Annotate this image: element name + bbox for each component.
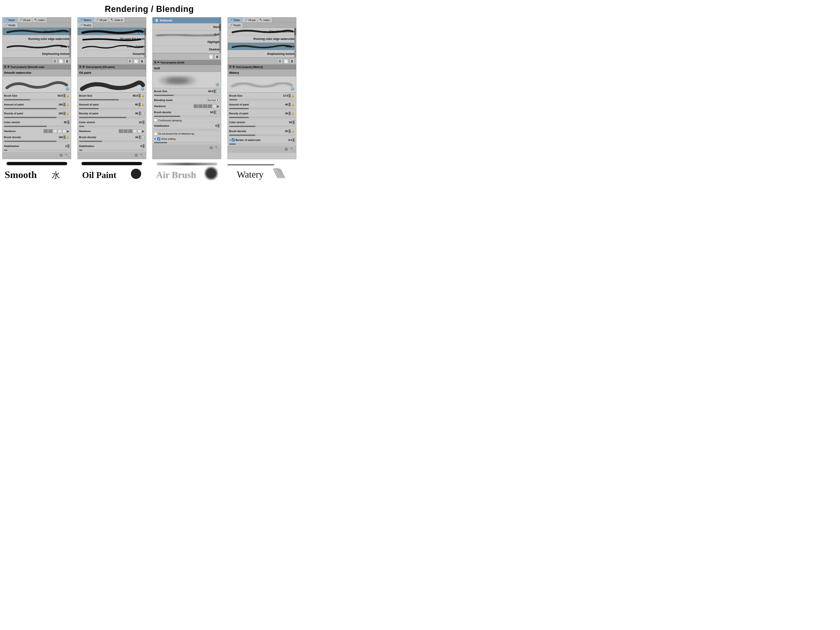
- spin-border[interactable]: ▲▼: [292, 138, 295, 142]
- h-block-2-1[interactable]: [119, 129, 123, 133]
- tab-realis-1[interactable]: 🖌️ Realis: [3, 23, 18, 28]
- brush-item-emphasizing-4[interactable]: Emphasizing texture: [228, 50, 296, 58]
- spin-density-2[interactable]: ▲▼: [139, 112, 141, 115]
- h-block-1-2[interactable]: [48, 129, 52, 133]
- tab-water-2[interactable]: 🖌️ Waterc: [78, 17, 93, 22]
- brush-item-smooth-watercolor-1[interactable]: Smooth watercolor: [3, 28, 71, 35]
- slider-brushdensity-1[interactable]: [3, 140, 71, 143]
- tab-india-1[interactable]: ✒️ India i: [32, 17, 47, 22]
- slider-amount-1[interactable]: [3, 107, 71, 111]
- slider-amount-2[interactable]: [78, 107, 146, 111]
- slider-colorstretch-2[interactable]: [78, 125, 146, 128]
- brush-item-color-change[interactable]: Color change: [78, 43, 146, 50]
- slider-density-1[interactable]: [3, 117, 71, 119]
- brush-item-watery-1[interactable]: Watery: [3, 43, 71, 50]
- tab-india-4[interactable]: ✒️ India i: [257, 17, 272, 22]
- brush-item-watery-4[interactable]: Watery: [228, 43, 296, 50]
- settings-icon-2[interactable]: ⚙️: [140, 87, 145, 91]
- spin-amount-4[interactable]: ▲▼: [288, 103, 291, 106]
- brush-item-running-color-1[interactable]: Running color edge watercolor: [3, 35, 71, 43]
- hardness-arrow-2[interactable]: ▶: [142, 129, 145, 133]
- checkbox-area[interactable]: [157, 137, 160, 141]
- slider-stabilization-3[interactable]: [153, 129, 221, 132]
- page-icon-1[interactable]: 📄: [58, 58, 63, 64]
- brush-item-shadow[interactable]: Shadow: [153, 46, 221, 53]
- lock-amount-4[interactable]: 🔒: [291, 103, 295, 106]
- bottom-gear-icon-1[interactable]: ⚙: [59, 153, 63, 158]
- slider-density-4[interactable]: [228, 117, 296, 119]
- brush-item-oilpaint-flat[interactable]: Oil paint flat brush: [78, 35, 146, 43]
- trash-icon-3[interactable]: 🗑: [215, 54, 219, 59]
- slider-brush-size-2[interactable]: [78, 99, 146, 101]
- h-block-2-5[interactable]: [137, 129, 142, 133]
- list-icon-1[interactable]: ☰: [52, 58, 57, 64]
- slider-brush-size-4[interactable]: [228, 99, 296, 101]
- h-block-1-3[interactable]: [53, 129, 57, 133]
- hardness-arrow-1[interactable]: ▶: [67, 129, 69, 133]
- plus-border[interactable]: +: [229, 138, 231, 142]
- tab-realis-4[interactable]: 🖌️ Realis: [228, 23, 243, 28]
- spin-brushdensity-2[interactable]: ▲▼: [139, 135, 141, 139]
- slider-brushdensity-4[interactable]: [228, 134, 296, 137]
- spin-brushdensity-3[interactable]: ▲▼: [213, 111, 216, 114]
- lock-brush-size-2[interactable]: 🔒: [141, 94, 145, 97]
- page-icon-3[interactable]: 📄: [208, 54, 213, 59]
- trash-icon-4[interactable]: 🗑: [290, 58, 295, 64]
- settings-icon-1[interactable]: ⚙️: [65, 87, 70, 91]
- slider-colorstretch-1[interactable]: [3, 125, 71, 128]
- checkbox-continuous[interactable]: [154, 119, 157, 122]
- h-block-2-3[interactable]: [128, 129, 132, 133]
- h-block-3-2[interactable]: [198, 104, 202, 108]
- bottom-wrench-icon-1[interactable]: 🔧: [65, 153, 69, 158]
- brush-item-running-4[interactable]: Running color edge watercolor: [228, 35, 296, 43]
- page-icon-4[interactable]: 📄: [284, 58, 289, 64]
- h-block-3-3[interactable]: [203, 104, 207, 108]
- brush-item-hard[interactable]: Hard: [153, 23, 221, 31]
- spin-colorstretch-4[interactable]: ▲▼: [292, 120, 295, 124]
- brush-item-highlight[interactable]: Highlight: [153, 38, 221, 46]
- spin-colorstretch-2[interactable]: ▲▼: [142, 120, 145, 124]
- trash-icon-2[interactable]: 🗑: [139, 58, 145, 64]
- spin-stabilization-2[interactable]: ▲▼: [142, 144, 145, 148]
- lock-brush-size-4[interactable]: 🔒: [291, 94, 295, 97]
- slider-border-4[interactable]: [228, 143, 296, 146]
- slider-brushdensity-2[interactable]: [78, 140, 146, 143]
- slider-brush-size-3[interactable]: [153, 94, 221, 97]
- tab-realis-2[interactable]: 🖌️ Realist: [78, 23, 93, 28]
- h-block-3-4[interactable]: [208, 104, 212, 108]
- h-block-1-1[interactable]: [44, 129, 48, 133]
- slider-brush-size-1[interactable]: [3, 99, 71, 101]
- tab-oilpaint-1[interactable]: 🖌️ Oil pai: [17, 17, 32, 22]
- slider-stabilization-2[interactable]: [78, 149, 146, 152]
- lock-brush-size-1[interactable]: 🔒: [66, 94, 69, 97]
- brush-item-smooth-watercolor-4[interactable]: Smooth watercolor: [228, 28, 296, 35]
- brush-item-oilpaint[interactable]: Oil paint: [78, 28, 146, 35]
- h-block-2-2[interactable]: [123, 129, 128, 133]
- slider-amount-4[interactable]: [228, 107, 296, 111]
- bottom-gear-icon-4[interactable]: ⚙: [284, 147, 288, 152]
- h-block-1-4[interactable]: [58, 129, 62, 133]
- brush-item-gouache[interactable]: Gouache: [78, 50, 146, 58]
- slider-density-2[interactable]: [78, 117, 146, 119]
- lock-brushdensity-4[interactable]: 🔒: [291, 129, 295, 133]
- spin-stabilization-1[interactable]: ▲▼: [67, 144, 69, 148]
- settings-icon-4[interactable]: ⚙️: [290, 87, 295, 91]
- spin-colorstretch-1[interactable]: ▲▼: [67, 120, 69, 124]
- plus-area-scaling[interactable]: +: [154, 137, 156, 141]
- bottom-gear-icon-2[interactable]: ⚙: [134, 153, 138, 158]
- lock-brushdensity-1[interactable]: 🔒: [66, 136, 69, 139]
- lock-amount-2[interactable]: 🔒: [141, 103, 145, 106]
- tab-india-2[interactable]: ✒️ India in: [109, 17, 125, 22]
- tab-water[interactable]: 🖌️ Water: [3, 17, 17, 22]
- spin-brush-size-1[interactable]: ▲▼: [63, 94, 66, 98]
- tab-oilpaint-2[interactable]: 🖌️ Oil pai: [93, 17, 109, 22]
- spin-amount-1[interactable]: ▲▼: [63, 103, 66, 106]
- brush-item-emphasizing-1[interactable]: Emphasizing texture: [3, 50, 71, 58]
- bottom-gear-icon-3[interactable]: ⚙: [209, 145, 213, 150]
- spin-brush-size-3[interactable]: ▲▼: [213, 89, 216, 93]
- settings-icon-3[interactable]: ⚙️: [215, 82, 220, 87]
- bottom-wrench-icon-3[interactable]: 🔧: [215, 145, 219, 150]
- h-block-2-4[interactable]: [133, 129, 137, 133]
- slider-brushdensity-3[interactable]: [153, 115, 221, 118]
- bottom-wrench-icon-4[interactable]: 🔧: [290, 147, 295, 152]
